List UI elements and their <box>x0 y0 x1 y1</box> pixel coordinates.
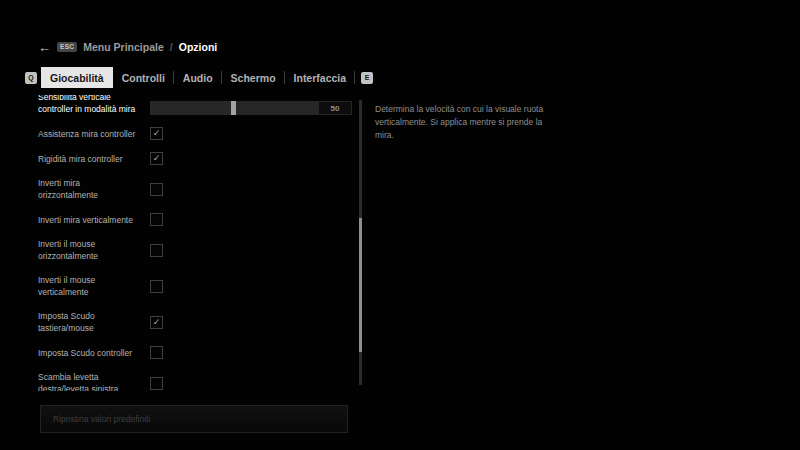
settings-list: Sensibilità verticale controller in moda… <box>38 95 352 391</box>
checkbox[interactable]: ✓ <box>150 183 163 196</box>
checkbox[interactable]: ✓ <box>150 316 163 329</box>
options-screen: ← ESC Menu Principale / Opzioni Q Giocab… <box>0 0 800 450</box>
setting-row[interactable]: Scambia levetta destra/levetta sinistra … <box>38 371 352 391</box>
tabs-container: GiocabilitàControlliAudioSchermoInterfac… <box>41 67 355 88</box>
scrollbar-thumb[interactable] <box>359 218 362 352</box>
prev-tab-key-badge: Q <box>25 72 37 84</box>
setting-row[interactable]: Assistenza mira controller ✓ <box>38 127 352 140</box>
setting-row[interactable]: Imposta Scudo tastiera/mouse ✓ <box>38 310 352 334</box>
setting-label: Inverti il mouse verticalmente <box>38 274 150 298</box>
breadcrumb-separator: / <box>170 41 173 53</box>
slider[interactable]: 50 <box>150 101 352 115</box>
tab-giocabilità[interactable]: Giocabilità <box>41 67 113 88</box>
setting-row[interactable]: Inverti mira orizzontalmente ✓ <box>38 177 352 201</box>
setting-row[interactable]: Inverti il mouse orizzontalmente ✓ <box>38 238 352 262</box>
tab-interfaccia[interactable]: Interfaccia <box>285 67 356 88</box>
checkbox[interactable]: ✓ <box>150 127 163 140</box>
setting-row[interactable]: Imposta Scudo controller ✓ <box>38 346 352 359</box>
checkbox[interactable]: ✓ <box>150 377 163 390</box>
breadcrumb: ← ESC Menu Principale / Opzioni <box>38 40 217 54</box>
setting-label: Assistenza mira controller <box>38 128 150 140</box>
checkmark-icon: ✓ <box>153 154 161 163</box>
checkbox[interactable]: ✓ <box>150 280 163 293</box>
checkbox[interactable]: ✓ <box>150 152 163 165</box>
tab-controlli[interactable]: Controlli <box>113 67 174 88</box>
setting-label: Scambia levetta destra/levetta sinistra <box>38 371 150 391</box>
setting-label: Sensibilità verticale controller in moda… <box>38 95 150 115</box>
breadcrumb-parent[interactable]: Menu Principale <box>83 41 164 53</box>
setting-row[interactable]: Inverti mira verticalmente ✓ <box>38 213 352 226</box>
settings-list-panel: Sensibilità verticale controller in moda… <box>38 95 352 391</box>
scrollbar-track[interactable] <box>359 100 362 385</box>
tab-audio[interactable]: Audio <box>174 67 222 88</box>
setting-label: Inverti il mouse orizzontalmente <box>38 238 150 262</box>
checkmark-icon: ✓ <box>153 129 161 138</box>
setting-row[interactable]: Rigidità mira controller ✓ <box>38 152 352 165</box>
tab-schermo[interactable]: Schermo <box>222 67 285 88</box>
slider-value: 50 <box>318 101 352 115</box>
tab-bar: Q GiocabilitàControlliAudioSchermoInterf… <box>25 67 373 88</box>
next-tab-key-badge: E <box>361 72 373 84</box>
checkbox[interactable]: ✓ <box>150 346 163 359</box>
reset-defaults-button[interactable]: Ripristina valori predefiniti <box>40 405 348 433</box>
setting-label: Imposta Scudo tastiera/mouse <box>38 310 150 334</box>
slider-thumb[interactable] <box>231 101 236 115</box>
setting-row[interactable]: Sensibilità verticale controller in moda… <box>38 95 352 115</box>
checkmark-icon: ✓ <box>153 318 161 327</box>
setting-label: Inverti mira verticalmente <box>38 214 150 226</box>
slider-track[interactable] <box>150 101 318 115</box>
checkbox[interactable]: ✓ <box>150 213 163 226</box>
page-title: Opzioni <box>179 41 218 53</box>
esc-key-badge: ESC <box>57 42 77 53</box>
checkbox[interactable]: ✓ <box>150 244 163 257</box>
setting-row[interactable]: Inverti il mouse verticalmente ✓ <box>38 274 352 298</box>
setting-label: Rigidità mira controller <box>38 153 150 165</box>
setting-description: Determina la velocità con cui la visuale… <box>375 103 610 142</box>
back-arrow-icon[interactable]: ← <box>38 41 51 54</box>
setting-label: Imposta Scudo controller <box>38 347 150 359</box>
setting-label: Inverti mira orizzontalmente <box>38 177 150 201</box>
